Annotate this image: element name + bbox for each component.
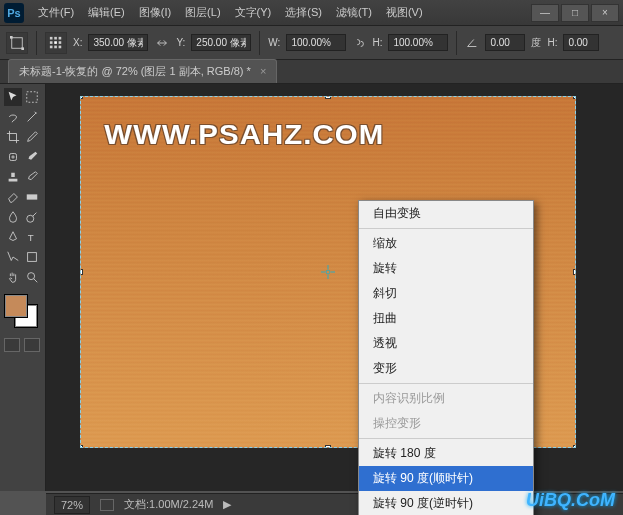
ctx-warp[interactable]: 变形: [359, 356, 533, 381]
svg-text:T: T: [28, 232, 34, 243]
ctx-content-aware: 内容识别比例: [359, 386, 533, 411]
ctx-rotate-90-ccw[interactable]: 旋转 90 度(逆时针): [359, 491, 533, 515]
crop-tool[interactable]: [4, 128, 22, 146]
quickmask-icon[interactable]: [4, 338, 20, 352]
status-arrow-icon[interactable]: ▶: [223, 498, 231, 511]
menu-filter[interactable]: 滤镜(T): [330, 2, 378, 23]
heal-tool[interactable]: [4, 148, 22, 166]
titlebar: Ps 文件(F) 编辑(E) 图像(I) 图层(L) 文字(Y) 选择(S) 滤…: [0, 0, 623, 26]
menu-select[interactable]: 选择(S): [279, 2, 328, 23]
eraser-tool[interactable]: [4, 188, 22, 206]
watermark-text: WWW.PSAHZ.COM: [104, 119, 384, 151]
svg-rect-10: [54, 45, 57, 48]
ctx-free-transform[interactable]: 自由变换: [359, 201, 533, 226]
mode-icons: [4, 338, 41, 352]
ctx-rotate-90-cw[interactable]: 旋转 90 度(顺时针): [359, 466, 533, 491]
svg-rect-7: [54, 41, 57, 44]
zoom-tool[interactable]: [24, 268, 42, 286]
tab-close-icon[interactable]: ×: [260, 65, 266, 77]
svg-rect-11: [59, 45, 62, 48]
pen-tool[interactable]: [4, 228, 22, 246]
angle-field[interactable]: [485, 34, 525, 51]
h-field[interactable]: [388, 34, 448, 51]
dodge-tool[interactable]: [24, 208, 42, 226]
h2-field[interactable]: [563, 34, 599, 51]
document-tab[interactable]: 未标题-1-恢复的 @ 72% (图层 1 副本, RGB/8) * ×: [8, 59, 277, 83]
wand-tool[interactable]: [24, 108, 42, 126]
svg-point-15: [27, 215, 34, 222]
svg-rect-0: [12, 37, 23, 48]
y-label: Y:: [176, 37, 185, 48]
h2-label: H:: [547, 37, 557, 48]
options-bar: X: Y: W: H: 度 H:: [0, 26, 623, 60]
swap-xy-icon[interactable]: [154, 32, 170, 54]
brush-tool[interactable]: [24, 148, 42, 166]
svg-rect-1: [10, 36, 13, 39]
svg-rect-2: [21, 47, 24, 50]
ctx-separator: [359, 438, 533, 439]
x-field[interactable]: [88, 34, 148, 51]
gradient-tool[interactable]: [24, 188, 42, 206]
angle-icon: [465, 32, 479, 54]
history-brush-tool[interactable]: [24, 168, 42, 186]
shape-tool[interactable]: [24, 248, 42, 266]
svg-point-18: [28, 273, 35, 280]
type-tool[interactable]: T: [24, 228, 42, 246]
eyedropper-tool[interactable]: [24, 128, 42, 146]
svg-rect-6: [50, 41, 53, 44]
svg-rect-3: [50, 36, 53, 39]
close-button[interactable]: ×: [591, 4, 619, 22]
minimize-button[interactable]: —: [531, 4, 559, 22]
app-logo: Ps: [4, 3, 24, 23]
svg-rect-9: [50, 45, 53, 48]
window-controls: — □ ×: [529, 4, 619, 22]
blur-tool[interactable]: [4, 208, 22, 226]
document-tabbar: 未标题-1-恢复的 @ 72% (图层 1 副本, RGB/8) * ×: [0, 60, 623, 84]
transform-center-icon[interactable]: [321, 265, 335, 279]
y-field[interactable]: [191, 34, 251, 51]
color-swatches[interactable]: [4, 294, 38, 328]
w-label: W:: [268, 37, 280, 48]
tab-title: 未标题-1-恢复的 @ 72% (图层 1 副本, RGB/8) *: [19, 65, 251, 77]
w-field[interactable]: [286, 34, 346, 51]
ctx-scale[interactable]: 缩放: [359, 231, 533, 256]
svg-rect-4: [54, 36, 57, 39]
zoom-field[interactable]: 72%: [54, 496, 90, 514]
reference-point-icon[interactable]: [45, 32, 67, 54]
screenmode-icon[interactable]: [24, 338, 40, 352]
lasso-tool[interactable]: [4, 108, 22, 126]
menu-file[interactable]: 文件(F): [32, 2, 80, 23]
canvas-area[interactable]: WWW.PSAHZ.COM: [46, 84, 623, 491]
maximize-button[interactable]: □: [561, 4, 589, 22]
ctx-rotate[interactable]: 旋转: [359, 256, 533, 281]
transform-context-menu: 自由变换 缩放 旋转 斜切 扭曲 透视 变形 内容识别比例 操控变形 旋转 18…: [358, 200, 534, 515]
doc-size-label: 文档:1.00M/2.24M: [124, 497, 213, 512]
foreground-color[interactable]: [4, 294, 28, 318]
move-tool[interactable]: [4, 88, 22, 106]
ctx-separator: [359, 228, 533, 229]
marquee-tool[interactable]: [24, 88, 42, 106]
menu-type[interactable]: 文字(Y): [229, 2, 278, 23]
stamp-tool[interactable]: [4, 168, 22, 186]
hand-tool[interactable]: [4, 268, 22, 286]
ctx-puppet-warp: 操控变形: [359, 411, 533, 436]
ctx-distort[interactable]: 扭曲: [359, 306, 533, 331]
svg-rect-14: [27, 194, 38, 199]
menu-edit[interactable]: 编辑(E): [82, 2, 131, 23]
svg-rect-5: [59, 36, 62, 39]
ctx-skew[interactable]: 斜切: [359, 281, 533, 306]
transform-tool-icon[interactable]: [6, 32, 28, 54]
ctx-rotate-180[interactable]: 旋转 180 度: [359, 441, 533, 466]
path-tool[interactable]: [4, 248, 22, 266]
tools-panel: T: [0, 84, 46, 491]
svg-point-19: [326, 270, 330, 274]
ctx-separator: [359, 383, 533, 384]
menu-image[interactable]: 图像(I): [133, 2, 177, 23]
ctx-perspective[interactable]: 透视: [359, 331, 533, 356]
svg-rect-12: [27, 92, 38, 103]
menu-layer[interactable]: 图层(L): [179, 2, 226, 23]
link-wh-icon[interactable]: [352, 32, 366, 54]
menu-view[interactable]: 视图(V): [380, 2, 429, 23]
thumbnail-icon[interactable]: [100, 499, 114, 511]
brand-watermark: UiBQ.CoM: [526, 490, 615, 511]
